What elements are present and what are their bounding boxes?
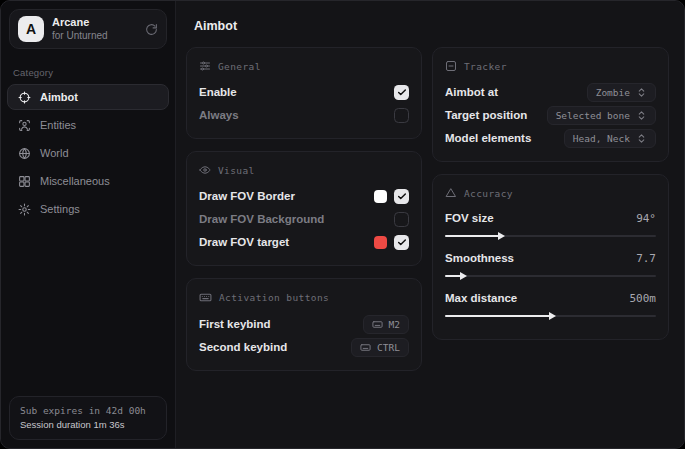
globe-icon (18, 147, 31, 160)
select-value: Selected bone (556, 110, 630, 121)
keybind-value: M2 (389, 319, 400, 330)
subscription-info: Sub expires in 42d 00h Session duration … (9, 396, 167, 441)
grid-icon (18, 175, 31, 188)
app-title: Arcane (52, 16, 108, 29)
setting-label: Second keybind (199, 341, 287, 353)
card-title: Activation buttons (219, 292, 329, 303)
fov-border-checkbox[interactable] (394, 189, 409, 204)
category-label: Category (13, 67, 163, 78)
setting-label: Aimbot at (445, 86, 498, 98)
setting-label: Enable (199, 86, 237, 98)
sidebar-item-entities[interactable]: Entities (7, 112, 169, 138)
setting-label: FOV size (445, 212, 494, 224)
chevrons-up-down-icon (636, 133, 647, 144)
app-window: A Arcane for Unturned Category Aimbot (0, 0, 685, 449)
fov-target-checkbox[interactable] (394, 235, 409, 250)
setting-row-fov-target: Draw FOV target (199, 231, 409, 253)
gear-icon (18, 203, 31, 216)
always-checkbox[interactable] (394, 108, 409, 123)
eye-icon (199, 164, 211, 176)
card-tracker: Tracker Aimbot at Zombie Target position (432, 47, 669, 162)
session-duration-text: Session duration 1m 36s (20, 418, 156, 432)
refresh-icon[interactable] (145, 23, 158, 36)
aimbot-at-select[interactable]: Zombie (587, 83, 656, 102)
setting-label: Always (199, 109, 239, 121)
person-scan-icon (18, 119, 31, 132)
setting-row-always: Always (199, 104, 409, 126)
setting-label: Max distance (445, 292, 517, 304)
card-activation-buttons: Activation buttons First keybind M2 Seco… (186, 278, 422, 371)
model-elements-select[interactable]: Head, Neck (564, 129, 656, 148)
smoothness-value: 7.7 (636, 252, 656, 265)
max-distance-value: 500m (630, 292, 657, 305)
sidebar-item-world[interactable]: World (7, 140, 169, 166)
setting-row-first-keybind: First keybind M2 (199, 313, 409, 335)
setting-row-second-keybind: Second keybind CTRL (199, 336, 409, 358)
target-position-select[interactable]: Selected bone (547, 106, 656, 125)
setting-label: Draw FOV target (199, 236, 289, 248)
setting-label: Target position (445, 109, 527, 121)
sliders-icon (199, 60, 211, 72)
card-title: Visual (218, 165, 255, 176)
card-title: General (218, 61, 261, 72)
sidebar-item-miscellaneous[interactable]: Miscellaneous (7, 168, 169, 194)
chevrons-up-down-icon (636, 87, 647, 98)
sidebar-item-label: Entities (40, 119, 76, 131)
sidebar-item-label: World (40, 147, 69, 159)
select-value: Zombie (596, 87, 630, 98)
fov-background-checkbox[interactable] (394, 212, 409, 227)
fov-size-slider[interactable] (445, 230, 656, 242)
slider-thumb[interactable] (498, 232, 505, 240)
square-minus-icon (445, 60, 457, 72)
sidebar-item-label: Aimbot (40, 91, 78, 103)
setting-row-fov-border: Draw FOV Border (199, 185, 409, 207)
keyboard-icon (199, 291, 212, 304)
keyboard-icon (360, 342, 371, 353)
select-value: Head, Neck (573, 133, 630, 144)
sidebar-item-label: Settings (40, 203, 80, 215)
second-keybind-button[interactable]: CTRL (351, 338, 409, 357)
setting-label: Draw FOV Border (199, 190, 295, 202)
fov-border-color-swatch[interactable] (374, 190, 387, 203)
sidebar-nav: Aimbot Entities World Miscellaneous (1, 84, 175, 222)
card-general: General Enable Always (186, 47, 422, 139)
slider-thumb[interactable] (549, 312, 556, 320)
slider-group-max-distance: Max distance 500m (445, 288, 656, 322)
setting-label: Draw FOV Background (199, 213, 324, 225)
app-subtitle: for Unturned (52, 30, 108, 42)
page-title: Aimbot (194, 19, 669, 33)
first-keybind-button[interactable]: M2 (363, 315, 409, 334)
card-accuracy: Accuracy FOV size 94° (432, 174, 669, 340)
sidebar-item-aimbot[interactable]: Aimbot (7, 84, 169, 110)
slider-thumb[interactable] (460, 272, 467, 280)
setting-label: Model elements (445, 132, 531, 144)
setting-row-fov-background: Draw FOV Background (199, 208, 409, 230)
setting-row-target-position: Target position Selected bone (445, 104, 656, 126)
sidebar-item-label: Miscellaneous (40, 175, 110, 187)
card-title: Tracker (464, 61, 507, 72)
main-panel: Aimbot General Enable (176, 1, 684, 448)
enable-checkbox[interactable] (394, 85, 409, 100)
keybind-value: CTRL (377, 342, 400, 353)
sidebar-item-settings[interactable]: Settings (7, 196, 169, 222)
triangle-icon (445, 187, 457, 199)
setting-row-model-elements: Model elements Head, Neck (445, 127, 656, 149)
keyboard-icon (372, 319, 383, 330)
max-distance-slider[interactable] (445, 310, 656, 322)
fov-target-color-swatch[interactable] (374, 236, 387, 249)
crosshair-icon (18, 91, 31, 104)
sidebar: A Arcane for Unturned Category Aimbot (1, 1, 176, 448)
slider-group-fov-size: FOV size 94° (445, 208, 656, 242)
setting-row-enable: Enable (199, 81, 409, 103)
smoothness-slider[interactable] (445, 270, 656, 282)
chevrons-up-down-icon (636, 110, 647, 121)
app-logo-card: A Arcane for Unturned (9, 9, 167, 49)
setting-label: First keybind (199, 318, 271, 330)
card-visual: Visual Draw FOV Border Draw FOV Backgrou… (186, 151, 422, 266)
sub-expiry-text: Sub expires in 42d 00h (20, 404, 156, 418)
card-title: Accuracy (464, 188, 513, 199)
app-logo: A (18, 16, 44, 42)
slider-group-smoothness: Smoothness 7.7 (445, 248, 656, 282)
setting-row-aimbot-at: Aimbot at Zombie (445, 81, 656, 103)
fov-size-value: 94° (636, 212, 656, 225)
